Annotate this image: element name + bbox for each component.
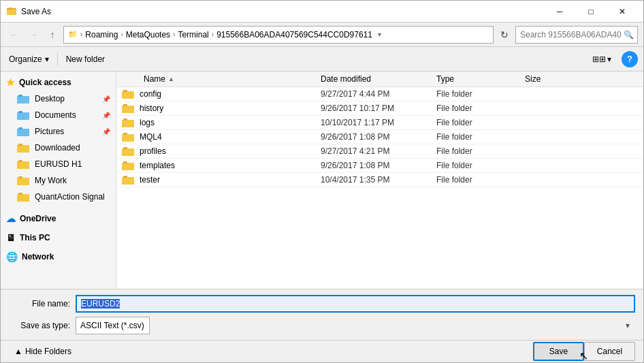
title-icon	[6, 6, 17, 17]
column-type-header[interactable]: Type	[436, 74, 525, 84]
filename-input[interactable]	[76, 295, 635, 313]
quick-access-arrow: ★	[6, 77, 15, 88]
back-button[interactable]: ←	[6, 27, 22, 43]
toolbar: Organize ▾ New folder ⊞⊞ ▾ ?	[1, 47, 643, 72]
sidebar-item-quantaction[interactable]: QuantAction Signal	[1, 189, 116, 205]
svg-rect-14	[18, 144, 22, 146]
save-button[interactable]: Save ↖	[533, 342, 584, 361]
help-button[interactable]: ?	[622, 51, 638, 67]
cancel-button[interactable]: Cancel	[584, 342, 635, 361]
file-name: MQL4	[140, 132, 162, 142]
forward-button[interactable]: →	[25, 27, 42, 43]
breadcrumb[interactable]: 📁 › Roaming › MetaQuotes › Terminal › 91…	[63, 26, 494, 44]
file-folder-icon	[122, 174, 134, 185]
file-rows-container: config 9/27/2017 4:44 PM File folder his…	[116, 87, 643, 187]
toolbar-separator	[57, 52, 58, 66]
file-folder-icon	[122, 117, 134, 128]
sidebar-onedrive[interactable]: ☁ OneDrive	[1, 210, 116, 227]
sidebar-item-my-work[interactable]: My Work	[1, 172, 116, 189]
organize-button[interactable]: Organize ▾	[6, 53, 52, 65]
file-type-cell: File folder	[436, 161, 525, 170]
svg-rect-31	[122, 120, 134, 127]
documents-folder-icon	[17, 110, 29, 121]
file-name-cell: config	[116, 89, 321, 99]
quantaction-folder-icon	[17, 191, 29, 202]
saveastype-row: Save as type: ASCII Text (*.csv)	[9, 317, 635, 334]
sidebar-item-documents[interactable]: Documents 📌	[1, 107, 116, 123]
file-name: tester	[140, 175, 160, 185]
svg-rect-44	[123, 176, 127, 178]
search-icon: 🔍	[624, 30, 634, 40]
breadcrumb-metaquotes[interactable]: MetaQuotes	[126, 30, 170, 40]
sidebar-item-pictures[interactable]: Pictures 📌	[1, 123, 116, 140]
file-list: Name ▲ Date modified Type Size	[116, 72, 643, 289]
file-name-cell: history	[116, 103, 321, 114]
pictures-folder-icon	[17, 126, 29, 137]
onedrive-icon: ☁	[6, 213, 16, 224]
breadcrumb-dropdown-arrow[interactable]: ▾	[378, 31, 381, 38]
refresh-button[interactable]: ↻	[496, 27, 513, 43]
file-date-cell: 9/26/2017 1:08 PM	[321, 161, 436, 170]
breadcrumb-roaming[interactable]: Roaming	[85, 30, 118, 40]
breadcrumb-id[interactable]: 915566BA06ADA407569C544CC0D97611	[216, 30, 372, 40]
table-row[interactable]: logs 10/10/2017 1:17 PM File folder	[116, 116, 643, 130]
table-row[interactable]: history 9/26/2017 10:17 PM File folder	[116, 101, 643, 116]
file-type-cell: File folder	[436, 175, 525, 185]
hide-folders-button[interactable]: ▲ Hide Folders	[9, 344, 77, 359]
file-list-header: Name ▲ Date modified Type Size	[116, 72, 643, 87]
organize-label: Organize	[9, 54, 42, 64]
close-button[interactable]: ✕	[607, 1, 638, 22]
table-row[interactable]: templates 9/26/2017 1:08 PM File folder	[116, 159, 643, 173]
maximize-button[interactable]: □	[575, 1, 607, 22]
svg-rect-17	[18, 160, 22, 162]
file-date-cell: 9/26/2017 1:08 PM	[321, 132, 436, 142]
sidebar-item-desktop[interactable]: Desktop 📌	[1, 91, 116, 107]
breadcrumb-terminal[interactable]: Terminal	[178, 30, 208, 40]
sidebar-network[interactable]: 🌐 Network	[1, 249, 116, 265]
up-button[interactable]: ↑	[44, 27, 61, 43]
file-folder-icon	[122, 103, 134, 114]
sidebar-item-downloaded[interactable]: Downloaded	[1, 140, 116, 156]
new-folder-button[interactable]: New folder	[63, 53, 108, 65]
quick-access-label: Quick access	[19, 78, 71, 87]
desktop-folder-icon	[17, 93, 29, 104]
eurusd-folder-icon	[17, 159, 29, 170]
table-row[interactable]: MQL4 9/26/2017 1:08 PM File folder	[116, 130, 643, 144]
column-name-header[interactable]: Name ▲	[116, 74, 321, 84]
pictures-label: Pictures	[35, 127, 64, 136]
sidebar-item-eurusd[interactable]: EURUSD H1	[1, 156, 116, 172]
filename-label: File name:	[9, 299, 70, 309]
svg-rect-2	[9, 7, 12, 10]
file-name-cell: tester	[116, 174, 321, 185]
table-row[interactable]: tester 10/4/2017 1:35 PM File folder	[116, 173, 643, 187]
my-work-label: My Work	[35, 176, 67, 185]
svg-rect-28	[122, 106, 134, 113]
svg-rect-23	[18, 193, 22, 195]
save-label: Save	[549, 347, 568, 356]
file-type-cell: File folder	[436, 89, 525, 99]
sidebar-quick-access[interactable]: ★ Quick access	[1, 74, 116, 91]
filename-row: File name:	[9, 295, 635, 313]
quantaction-label: QuantAction Signal	[35, 192, 105, 202]
file-name: history	[140, 104, 163, 113]
svg-rect-41	[123, 161, 127, 163]
minimize-button[interactable]: ─	[544, 1, 575, 22]
column-type-label: Type	[436, 74, 454, 84]
column-size-header[interactable]: Size	[525, 74, 579, 84]
saveastype-select[interactable]: ASCII Text (*.csv)	[76, 317, 150, 334]
search-input[interactable]	[515, 26, 638, 44]
svg-rect-19	[17, 178, 29, 185]
table-row[interactable]: config 9/27/2017 4:44 PM File folder	[116, 87, 643, 101]
column-date-header[interactable]: Date modified	[321, 74, 436, 84]
title-text: Save As	[21, 7, 544, 16]
view-button[interactable]: ⊞⊞ ▾	[587, 52, 616, 66]
column-size-label: Size	[525, 74, 541, 84]
table-row[interactable]: profiles 9/27/2017 4:21 PM File folder	[116, 144, 643, 159]
documents-label: Documents	[35, 110, 76, 120]
svg-rect-35	[123, 133, 127, 135]
file-name-cell: logs	[116, 117, 321, 128]
sidebar-thispc[interactable]: 🖥 This PC	[1, 230, 116, 246]
status-bar: ▲ Hide Folders Save ↖ Cancel	[1, 340, 643, 362]
svg-rect-34	[122, 134, 134, 142]
svg-rect-13	[17, 145, 29, 153]
